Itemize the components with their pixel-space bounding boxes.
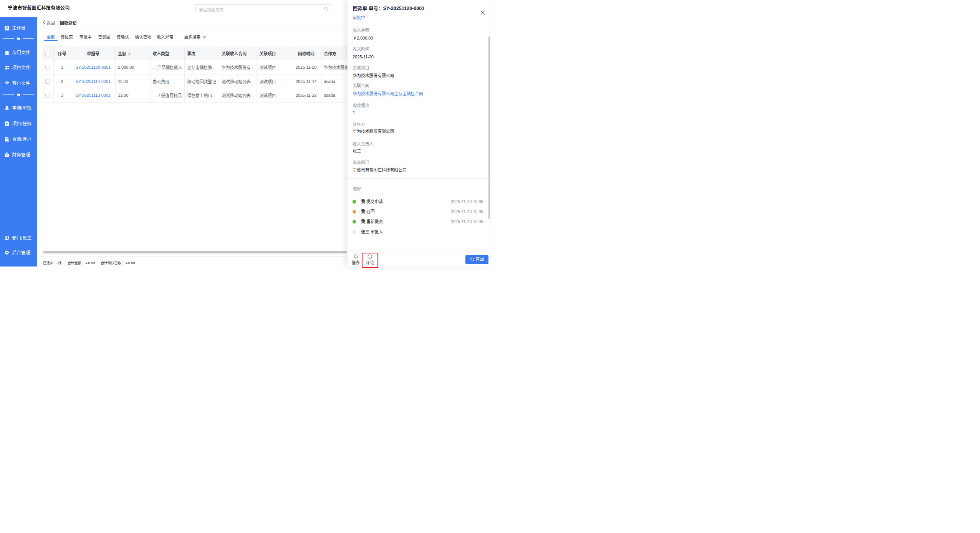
svg-text:¥: ¥ [6,154,8,157]
